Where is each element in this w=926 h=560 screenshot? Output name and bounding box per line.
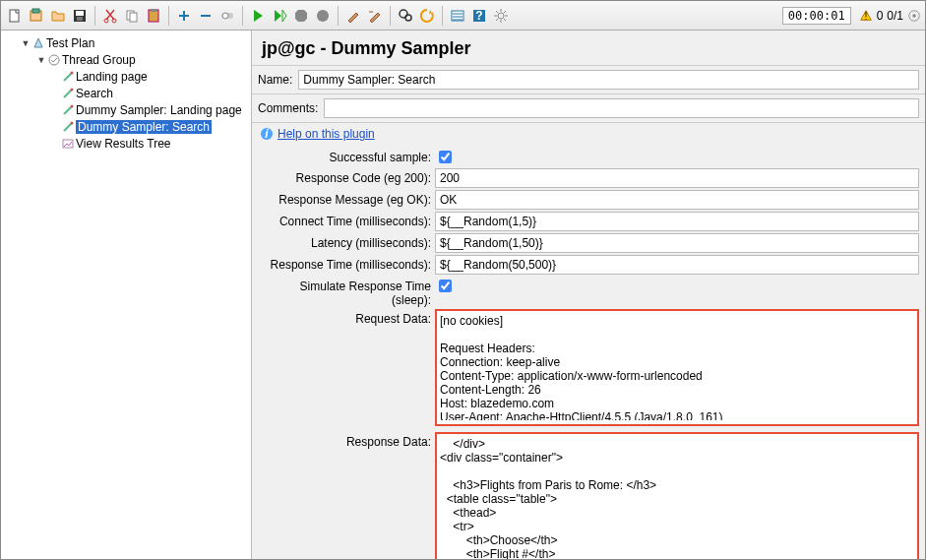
function-helper-icon[interactable] — [448, 6, 467, 26]
connect-time-input[interactable] — [435, 212, 919, 231]
svg-point-25 — [71, 71, 74, 74]
tree-testplan[interactable]: ▼Test Plan — [1, 34, 251, 51]
simulate-label: Simulate Response Time (sleep): — [258, 277, 435, 307]
paste-icon[interactable] — [144, 6, 163, 26]
new-icon[interactable] — [5, 6, 25, 26]
latency-input[interactable] — [435, 233, 919, 253]
latency-label: Latency (milliseconds): — [258, 233, 435, 250]
help-icon[interactable]: ? — [469, 6, 489, 26]
response-time-label: Response Time (milliseconds): — [258, 255, 435, 272]
shutdown-icon[interactable] — [313, 6, 333, 26]
comments-input[interactable] — [324, 98, 919, 118]
cut-icon[interactable] — [100, 6, 120, 26]
copy-icon[interactable] — [122, 6, 142, 26]
toggle-icon[interactable] — [217, 6, 237, 26]
successful-checkbox[interactable] — [439, 151, 452, 163]
response-msg-label: Response Message (eg OK): — [258, 190, 435, 207]
svg-point-26 — [71, 88, 74, 91]
response-data-textarea[interactable] — [438, 435, 916, 559]
svg-point-23 — [912, 14, 916, 18]
svg-point-24 — [49, 55, 59, 65]
name-label: Name: — [258, 73, 292, 87]
svg-point-28 — [71, 121, 74, 124]
stop-icon[interactable] — [291, 6, 311, 26]
editor-panel: jp@gc - Dummy Sampler Name: Comments: i … — [252, 31, 925, 559]
run-icon[interactable] — [248, 6, 268, 26]
successful-label: Successful sample: — [258, 148, 435, 164]
tree-panel: ▼Test Plan ▼Thread Group Landing page Se… — [1, 31, 252, 559]
elapsed-timer: 00:00:01 — [782, 7, 851, 25]
comments-label: Comments: — [258, 101, 318, 115]
tree-item-dummy-search[interactable]: Dummy Sampler: Search — [1, 118, 251, 135]
request-data-textarea[interactable] — [438, 312, 916, 420]
name-input[interactable] — [298, 70, 919, 90]
gear-icon[interactable] — [491, 6, 511, 26]
svg-rect-2 — [32, 9, 39, 13]
svg-point-13 — [222, 13, 228, 19]
tree-item-landing[interactable]: Landing page — [1, 68, 251, 85]
svg-text:!: ! — [864, 9, 867, 21]
templates-icon[interactable] — [27, 6, 46, 26]
response-code-input[interactable] — [435, 168, 919, 188]
clear-all-icon[interactable] — [365, 6, 385, 26]
open-icon[interactable] — [48, 6, 68, 26]
tree-item-search[interactable]: Search — [1, 85, 251, 101]
svg-point-14 — [317, 10, 329, 22]
svg-rect-11 — [151, 9, 156, 12]
response-code-label: Response Code (eg 200): — [258, 168, 435, 185]
svg-rect-4 — [76, 11, 84, 16]
info-icon: i — [260, 127, 274, 141]
svg-point-20 — [498, 13, 504, 19]
warning-icon: ! — [859, 9, 873, 23]
svg-rect-5 — [77, 17, 83, 21]
svg-point-16 — [405, 15, 411, 21]
reset-search-icon[interactable] — [417, 6, 437, 26]
clear-icon[interactable] — [343, 6, 363, 26]
collapse-icon[interactable] — [196, 6, 216, 26]
panel-title: jp@gc - Dummy Sampler — [252, 31, 925, 63]
request-data-label: Request Data: — [258, 309, 435, 326]
tree-item-results[interactable]: View Results Tree — [1, 135, 251, 152]
toolbar: ? 00:00:01 ! 0 0/1 — [1, 1, 925, 31]
tree-threadgroup[interactable]: ▼Thread Group — [1, 51, 251, 68]
svg-text:?: ? — [475, 9, 482, 23]
svg-rect-9 — [130, 13, 137, 22]
tree-item-dummy-landing[interactable]: Dummy Sampler: Landing page — [1, 101, 251, 118]
connect-time-label: Connect Time (milliseconds): — [258, 212, 435, 228]
warn-count: 0 — [877, 9, 884, 23]
svg-rect-0 — [10, 10, 19, 22]
threads-icon — [907, 9, 921, 23]
response-msg-input[interactable] — [435, 190, 919, 210]
help-link[interactable]: Help on this plugin — [278, 127, 375, 141]
run-noTimers-icon[interactable] — [270, 6, 289, 26]
search-icon[interactable] — [396, 6, 415, 26]
save-icon[interactable] — [70, 6, 90, 26]
response-data-label: Response Data: — [258, 432, 435, 449]
simulate-checkbox[interactable] — [439, 280, 452, 292]
response-time-input[interactable] — [435, 255, 919, 275]
svg-point-27 — [71, 104, 74, 107]
expand-icon[interactable] — [174, 6, 194, 26]
thread-count: 0/1 — [887, 9, 903, 23]
